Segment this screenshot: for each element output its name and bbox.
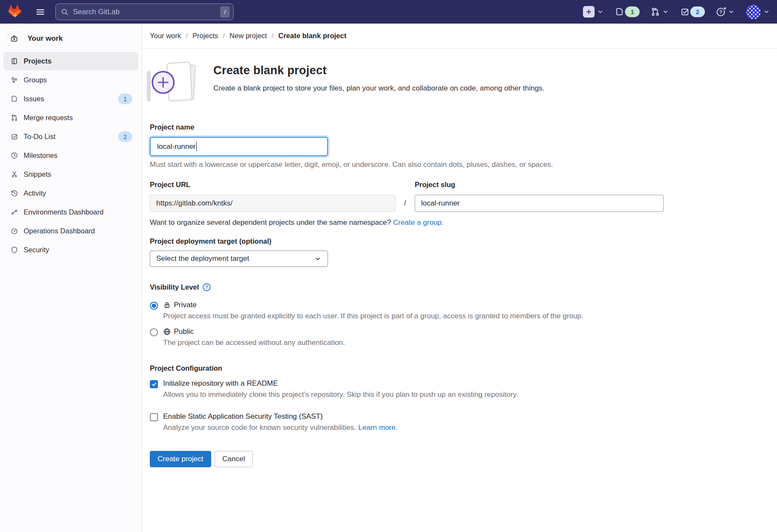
issues-icon [11,95,18,103]
sast-checkbox[interactable] [150,413,158,421]
project-name-label: Project name [150,123,760,131]
scrollbar-thumb[interactable] [147,71,151,102]
todo-count-badge: 2 [690,6,705,17]
text-cursor [196,142,197,151]
breadcrumb-new-project[interactable]: New project [230,32,267,40]
cancel-button[interactable]: Cancel [215,451,253,467]
chevron-down-icon [597,8,604,15]
chevron-down-icon [728,8,735,15]
visibility-level-label: Visibility Level ? [150,283,760,292]
readme-checkbox[interactable] [150,380,158,388]
visibility-public-option: Public The project can be accessed witho… [150,327,760,347]
snippet-scissors-icon [11,171,18,178]
project-name-value: local-runner [157,142,196,151]
search-input[interactable] [73,8,220,16]
sidebar-item-activity[interactable]: Activity [3,184,138,203]
sidebar-item-groups[interactable]: Groups [3,71,138,89]
issues-count-badge: 1 [625,6,640,17]
merge-requests-button[interactable] [651,7,669,16]
sidebar-item-label: Operations Dashboard [24,227,95,235]
merge-request-icon [11,114,18,121]
user-menu-button[interactable] [746,5,770,19]
learn-more-link[interactable]: Learn more. [358,423,398,432]
sidebar-item-merge-requests[interactable]: Merge requests [3,109,138,127]
create-project-button[interactable]: Create project [150,451,211,467]
issues-button[interactable]: 1 [615,6,640,17]
sidebar-item-label: Environments Dashboard [24,208,103,216]
page-subtitle: Create a blank project to store your fil… [213,84,544,93]
sidebar-nav: Projects Groups Issues 1 [0,52,142,259]
project-slug-label: Project slug [415,181,664,189]
environment-icon [11,209,18,216]
new-menu-button[interactable] [583,6,604,18]
sidebar-item-label: Groups [24,76,47,84]
readme-label: Initialize repository with a README [163,379,278,388]
public-description: The project can be accessed without any … [163,339,345,347]
chevron-down-icon [763,8,770,15]
sidebar-item-projects[interactable]: Projects [3,52,138,70]
sidebar-context-header[interactable]: Your work [0,29,142,52]
sidebar-item-label: Activity [24,189,46,197]
breadcrumb-your-work[interactable]: Your work [150,32,181,40]
topbar: / 1 2 [0,0,777,24]
breadcrumb-separator: / [223,32,225,40]
visibility-private-option: Private Project access must be granted e… [150,301,760,320]
private-radio[interactable] [150,302,158,310]
project-icon [11,57,18,65]
avatar[interactable] [746,5,761,19]
namespace-hint: Want to organize several dependent proje… [150,218,760,227]
create-project-form: Project name local-runner Must start wit… [150,123,760,493]
readme-option: Initialize repository with a README Allo… [150,379,760,399]
todo-check-icon [11,133,18,140]
project-name-hint: Must start with a lowercase or uppercase… [150,160,760,169]
sidebar-item-security[interactable]: Security [3,241,138,259]
sidebar-item-snippets[interactable]: Snippets [3,165,138,184]
notification-dot [723,6,727,10]
sidebar-item-environments-dashboard[interactable]: Environments Dashboard [3,203,138,221]
lock-icon [163,301,171,309]
sidebar-item-milestones[interactable]: Milestones [3,146,138,165]
breadcrumb-current: Create blank project [278,32,346,40]
check-icon [151,381,157,387]
sidebar-context-label: Your work [27,34,63,43]
sidebar-item-label: Merge requests [24,114,73,122]
page-header: Create blank project Create a blank proj… [150,60,760,103]
project-configuration-label: Project Configuration [150,364,760,372]
globe-icon [163,328,171,336]
help-button[interactable]: ? [716,7,735,17]
sast-option: Enable Static Application Security Testi… [150,412,760,432]
deployment-target-select[interactable]: Select the deployment target [150,251,328,267]
namespace-question: Want to organize several dependent proje… [150,218,391,227]
sast-description: Analyze your source code for known secur… [163,423,398,432]
project-slug-input[interactable] [415,195,664,212]
sidebar-item-todo-list[interactable]: To-Do List 2 [3,127,138,146]
breadcrumb-projects[interactable]: Projects [192,32,218,40]
merge-request-icon [651,7,660,16]
gitlab-logo-icon[interactable] [7,5,21,19]
chevron-down-icon [314,255,322,263]
issues-count-badge: 1 [118,94,132,104]
search-bar[interactable]: / [55,3,234,20]
sidebar-item-label: Snippets [24,170,51,178]
breadcrumb-separator: / [186,32,188,40]
plus-icon[interactable] [583,6,595,18]
readme-description: Allows you to immediately clone this pro… [163,390,518,399]
help-icon[interactable]: ? [202,283,211,292]
hamburger-menu-icon[interactable] [33,5,48,19]
clock-icon [11,152,18,159]
project-name-input[interactable]: local-runner [150,137,328,156]
chevron-down-icon [662,8,669,15]
create-group-link[interactable]: Create a group. [393,218,443,227]
project-url-dropdown[interactable]: https://gitlab.com/kntks/ [150,195,395,212]
deployment-target-label: Project deployment target (optional) [150,237,760,245]
public-radio[interactable] [150,328,158,336]
private-label: Private [174,301,197,309]
sidebar-item-issues[interactable]: Issues 1 [3,90,138,108]
todos-button[interactable]: 2 [680,6,705,17]
dashboard-gauge-icon [11,227,18,235]
sidebar: Your work Projects Groups [0,24,142,532]
sidebar-item-operations-dashboard[interactable]: Operations Dashboard [3,222,138,240]
sidebar-item-label: To-Do List [24,133,55,141]
public-label: Public [174,327,194,336]
sast-label: Enable Static Application Security Testi… [163,412,323,421]
